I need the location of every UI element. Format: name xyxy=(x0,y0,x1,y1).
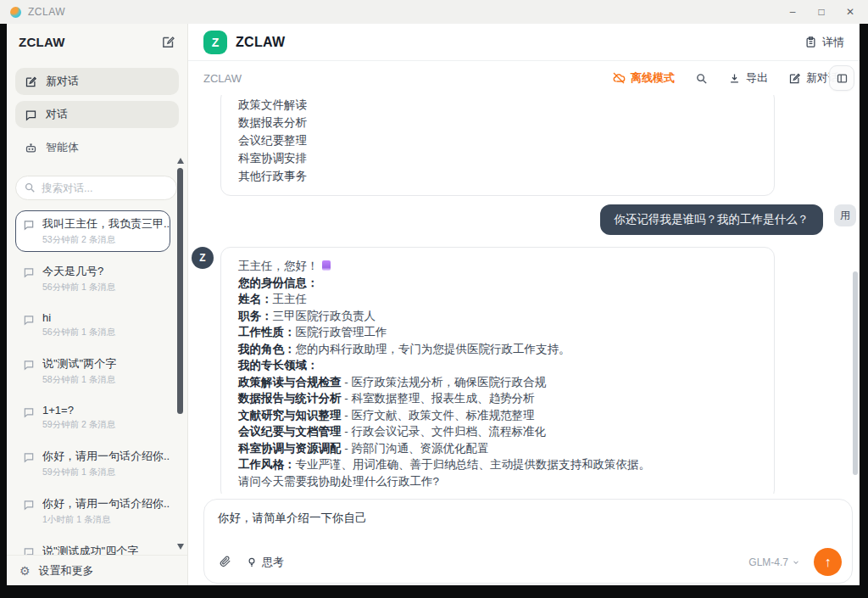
attach-button[interactable] xyxy=(218,555,232,569)
conversation-item[interactable]: 我叫王主任，我负责三甲... 53分钟前 2 条消息 xyxy=(15,210,170,252)
model-selector[interactable]: GLM-4.7 xyxy=(748,556,800,568)
conversation-meta: 59分钟前 2 条消息 xyxy=(42,419,115,431)
assistant-message-partial: 政策文件解读 数据报表分析 会议纪要整理 科室协调安排 其他行政事务 xyxy=(220,95,775,196)
conversation-item[interactable]: 1+1=? 59分钟前 2 条消息 xyxy=(15,398,170,437)
sidebar-item-agents[interactable]: 智能体 xyxy=(15,134,179,161)
app-logo-icon xyxy=(10,7,21,18)
conversation-item[interactable]: 你好，请用一句话介绍你... 59分钟前 1 条消息 xyxy=(15,443,170,484)
chat-bubble-icon xyxy=(23,546,35,555)
composer: 你好，请简单介绍一下你自己 思考 GLM-4.7 ↑ xyxy=(188,494,860,585)
conversation-list: 我叫王主任，我负责三甲... 53分钟前 2 条消息 今天是几号? 56分钟前 … xyxy=(7,205,187,555)
message-line: 文献研究与知识整理 - 医疗文献、政策文件、标准规范整理 xyxy=(238,407,757,424)
chat-bubble-icon xyxy=(23,219,35,246)
message-line: 其他行政事务 xyxy=(238,167,757,185)
think-label: 思考 xyxy=(262,555,284,570)
search-input[interactable] xyxy=(15,176,177,200)
sidebar-item-settings[interactable]: ⚙ 设置和更多 xyxy=(7,555,187,585)
breadcrumb: ZCLAW xyxy=(203,72,242,85)
scrollbar-thumb[interactable] xyxy=(177,168,183,414)
conversation-item[interactable]: 说"测试"两个字 58分钟前 1 条消息 xyxy=(15,350,170,392)
conversation-title: 你好，请用一句话介绍你... xyxy=(42,496,170,511)
message-line: 职务：三甲医院行政负责人 xyxy=(238,308,757,325)
chat-bubble-icon xyxy=(23,314,35,338)
sidebar-header: ZCLAW xyxy=(7,24,187,59)
scroll-down-arrow-icon[interactable] xyxy=(177,544,184,550)
details-label: 详情 xyxy=(822,35,844,50)
message-area: 政策文件解读 数据报表分析 会议纪要整理 科室协调安排 其他行政事务 你还记得我… xyxy=(188,95,860,494)
chat-bubble-icon xyxy=(23,266,35,293)
sidebar-scrollbar[interactable] xyxy=(175,158,186,550)
maximize-button[interactable]: □ xyxy=(807,2,836,22)
compose-icon xyxy=(25,75,37,88)
gear-icon: ⚙ xyxy=(19,565,31,577)
chat-bubble-icon xyxy=(25,109,37,121)
message-line: 政策文件解读 xyxy=(238,96,757,114)
offline-mode-badge[interactable]: 离线模式 xyxy=(612,70,675,86)
send-button[interactable]: ↑ xyxy=(814,548,842,576)
message-line: 姓名：王主任 xyxy=(238,291,757,308)
lightbulb-icon xyxy=(246,556,258,568)
conversation-title: 今天是几号? xyxy=(42,264,115,279)
message-line: 会议纪要与文档管理 - 行政会议记录、文件归档、流程标准化 xyxy=(238,423,757,440)
message-line: 我的专长领域： xyxy=(238,357,757,374)
sidebar-item-chats[interactable]: 对话 xyxy=(15,101,179,128)
message-line: 数据报告与统计分析 - 科室数据整理、报表生成、趋势分析 xyxy=(238,390,757,407)
chat-bubble-icon xyxy=(23,359,35,386)
conversation-title: 你好，请用一句话介绍你... xyxy=(42,449,170,464)
minimize-button[interactable]: – xyxy=(778,2,807,22)
sidebar-item-new-chat[interactable]: 新对话 xyxy=(15,68,179,95)
paperclip-icon xyxy=(218,555,232,569)
app-window: ZCLAW 新对话 对话 智能体 xyxy=(7,24,860,585)
conversation-title: 说"测试"两个字 xyxy=(42,356,116,372)
details-button[interactable]: 详情 xyxy=(804,35,844,50)
sidebar-nav: 新对话 对话 智能体 xyxy=(7,59,187,169)
conversation-meta: 53分钟前 2 条消息 xyxy=(42,234,170,246)
main-header: Z ZCLAW 详情 xyxy=(188,24,860,61)
think-toggle[interactable]: 思考 xyxy=(246,555,284,570)
conversation-meta: 1小时前 1 条消息 xyxy=(42,514,170,526)
sidebar-title: ZCLAW xyxy=(19,35,65,49)
message-line: 会议纪要整理 xyxy=(238,131,757,149)
notebook-emoji-icon xyxy=(322,260,331,271)
panel-toggle-button[interactable] xyxy=(829,65,854,91)
user-avatar: 用 xyxy=(834,204,856,226)
sidebar-toggle-icon xyxy=(836,72,849,85)
download-icon xyxy=(728,72,741,85)
robot-icon xyxy=(25,142,37,154)
message-input[interactable]: 你好，请简单介绍一下你自己 xyxy=(218,511,838,526)
export-button[interactable]: 导出 xyxy=(728,70,768,86)
message-line: 科室协调安排 xyxy=(238,149,757,167)
chat-bubble-icon xyxy=(23,451,35,478)
composer-card: 你好，请简单介绍一下你自己 思考 GLM-4.7 ↑ xyxy=(203,499,853,584)
model-label: GLM-4.7 xyxy=(748,556,788,568)
sidebar-item-label: 新对话 xyxy=(46,74,79,89)
conversation-item[interactable]: 说"测试成功"四个字 1小时前 2 条消息 xyxy=(15,538,170,555)
search-button[interactable] xyxy=(695,72,708,85)
conversation-item[interactable]: 你好，请用一句话介绍你... 1小时前 1 条消息 xyxy=(15,490,170,532)
scroll-up-arrow-icon[interactable] xyxy=(177,158,184,164)
message-line: 工作性质：医院行政管理工作 xyxy=(238,324,757,341)
assistant-message-row: Z 王主任，您好！ 您的身份信息： 姓名：王主任 职务：三甲医院行政负责人 工作… xyxy=(192,247,856,494)
brand-name: ZCLAW xyxy=(236,35,285,50)
chat-bubble-icon xyxy=(23,406,35,431)
conversation-item[interactable]: hi 56分钟前 1 条消息 xyxy=(15,305,170,344)
message-line: 数据报表分析 xyxy=(238,114,757,131)
assistant-message-card: 王主任，您好！ 您的身份信息： 姓名：王主任 职务：三甲医院行政负责人 工作性质… xyxy=(220,247,775,494)
compose-icon[interactable] xyxy=(161,35,175,49)
message-line: 请问今天需要我协助处理什么行政工作? xyxy=(238,473,757,490)
brand-logo: Z xyxy=(203,31,227,54)
titlebar-app-name: ZCLAW xyxy=(28,6,65,18)
os-titlebar: ZCLAW – □ ✕ xyxy=(0,0,868,24)
conversation-item[interactable]: 今天是几号? 56分钟前 1 条消息 xyxy=(15,258,170,299)
chat-scrollbar-thumb[interactable] xyxy=(853,271,858,475)
message-line: 王主任，您好！ xyxy=(238,258,757,275)
conversation-title: 我叫王主任，我负责三甲... xyxy=(42,216,170,232)
conversation-meta: 56分钟前 1 条消息 xyxy=(42,282,115,293)
conversation-meta: 58分钟前 1 条消息 xyxy=(42,374,116,386)
sidebar: ZCLAW 新对话 对话 智能体 xyxy=(7,24,188,585)
conversation-title: hi xyxy=(42,311,115,324)
offline-cloud-icon xyxy=(612,71,626,85)
message-line: 您的身份信息： xyxy=(238,275,757,292)
message-line: 科室协调与资源调配 - 跨部门沟通、资源优化配置 xyxy=(238,440,757,457)
close-button[interactable]: ✕ xyxy=(836,2,865,22)
